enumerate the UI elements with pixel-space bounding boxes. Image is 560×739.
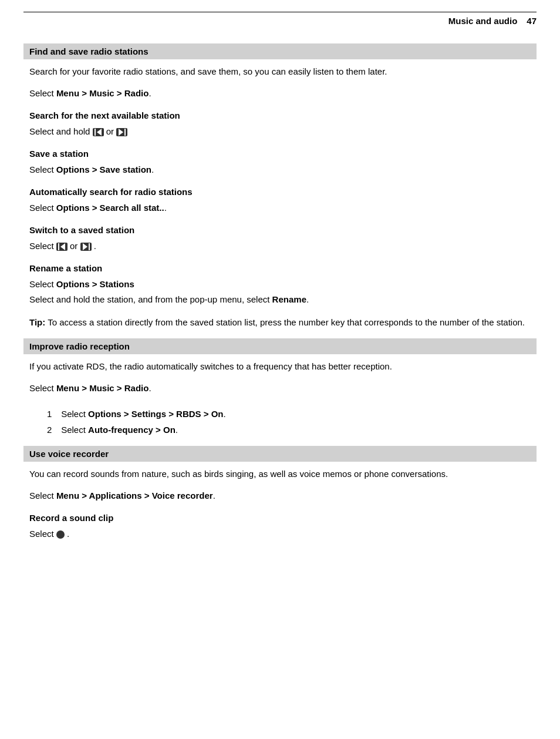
rename-bold: Rename bbox=[272, 294, 306, 304]
auto-search-bold: Options > Search all stat.. bbox=[56, 203, 164, 213]
step-1: 1 Select Options > Settings > RBDS > On. bbox=[47, 408, 531, 421]
select-label-6: Select bbox=[29, 383, 54, 393]
section-header-improve: Improve radio reception bbox=[23, 338, 537, 354]
section-improve-reception: Improve radio reception If you activate … bbox=[23, 338, 537, 436]
bar-right-icon bbox=[124, 129, 126, 136]
step-1-prefix: Select bbox=[61, 409, 86, 419]
arrow-right-icon-2 bbox=[83, 243, 87, 250]
section-header-voice: Use voice recorder bbox=[23, 446, 537, 462]
next-button-icon bbox=[116, 128, 127, 136]
search-next-title: Search for the next available station bbox=[29, 109, 531, 123]
step-2-num: 2 bbox=[47, 424, 59, 437]
improve-steps-list: 1 Select Options > Settings > RBDS > On.… bbox=[47, 408, 531, 436]
select-label-7: Select bbox=[29, 491, 54, 500]
subsection-save-station: Save a station Select Options > Save sta… bbox=[23, 147, 537, 176]
select-label-4: Select bbox=[29, 241, 56, 251]
step-2: 2 Select Auto-frequency > On. bbox=[47, 424, 531, 437]
save-station-bold: Options > Save station bbox=[56, 164, 151, 174]
or-label-2: or bbox=[70, 241, 80, 251]
switch-saved-title: Switch to a saved station bbox=[29, 224, 531, 237]
or-label: or bbox=[106, 126, 117, 136]
bar-left-icon bbox=[95, 129, 96, 136]
rename-station-text: Select and hold the station, and from th… bbox=[29, 294, 269, 304]
section-voice-recorder: Use voice recorder You can record sounds… bbox=[23, 446, 537, 502]
select-label-2: Select bbox=[29, 164, 56, 174]
step-2-prefix: Select bbox=[61, 425, 86, 435]
section-header-find-save: Find and save radio stations bbox=[23, 43, 537, 59]
auto-search-title: Automatically search for radio stations bbox=[29, 186, 531, 199]
next-button-icon-2 bbox=[80, 243, 92, 251]
save-station-instruction: Select Options > Save station. bbox=[29, 163, 531, 177]
subsection-auto-search: Automatically search for radio stations … bbox=[23, 186, 537, 214]
record-clip-instruction: Select . bbox=[29, 528, 531, 541]
voice-description: You can record sounds from nature, such … bbox=[29, 468, 531, 481]
step-1-bold: Options > Settings > RBDS > On bbox=[88, 409, 223, 419]
search-next-instruction: Select and hold or bbox=[29, 125, 531, 139]
voice-menu-instruction: Select Menu > Applications > Voice recor… bbox=[29, 489, 531, 503]
rename-station-line1: Select Options > Stations bbox=[29, 278, 531, 291]
header-title: Music and audio bbox=[448, 16, 518, 26]
arrow-right-icon bbox=[119, 129, 123, 136]
improve-description: If you activate RDS, the radio automatic… bbox=[29, 360, 531, 374]
rename-station-bold: Options > Stations bbox=[56, 279, 134, 289]
find-save-description: Search for your favorite radio stations,… bbox=[29, 65, 531, 79]
tip-text: To access a station directly from the sa… bbox=[48, 317, 525, 327]
voice-menu-path: Menu > Applications > Voice recorder bbox=[56, 491, 213, 500]
find-save-menu-instruction: Select Menu > Music > Radio. bbox=[29, 87, 531, 100]
auto-search-instruction: Select Options > Search all stat... bbox=[29, 201, 531, 215]
rename-station-line2: Select and hold the station, and from th… bbox=[29, 293, 531, 307]
switch-saved-instruction: Select or . bbox=[29, 240, 531, 253]
select-label-3: Select bbox=[29, 203, 56, 213]
page-header: Music and audio 47 bbox=[23, 12, 537, 32]
section-body-find-save: Search for your favorite radio stations,… bbox=[23, 65, 537, 100]
tip-label: Tip: bbox=[29, 317, 45, 327]
step-1-num: 1 bbox=[47, 408, 59, 421]
find-save-menu-path: Menu > Music > Radio bbox=[56, 88, 149, 98]
record-button-icon bbox=[56, 530, 65, 539]
improve-menu-path: Menu > Music > Radio bbox=[56, 383, 149, 393]
select-label-8: Select bbox=[29, 529, 54, 539]
section-find-save-radio: Find and save radio stations Search for … bbox=[23, 43, 537, 100]
arrow-left-icon-2 bbox=[60, 243, 65, 250]
subsection-rename-station: Rename a station Select Options > Statio… bbox=[23, 262, 537, 307]
select-label: Select bbox=[29, 88, 54, 98]
prev-button-icon bbox=[93, 128, 104, 136]
step-2-bold: Auto-frequency > On bbox=[88, 425, 176, 435]
arrow-left-icon bbox=[97, 129, 102, 136]
subsection-record-clip: Record a sound clip Select . bbox=[23, 512, 537, 540]
bar-left-icon-2 bbox=[58, 243, 59, 250]
subsection-switch-saved: Switch to a saved station Select or . bbox=[23, 224, 537, 253]
section-body-improve: If you activate RDS, the radio automatic… bbox=[23, 360, 537, 436]
rename-station-title: Rename a station bbox=[29, 262, 531, 276]
page: Music and audio 47 Find and save radio s… bbox=[0, 0, 560, 739]
header-page-number: 47 bbox=[527, 16, 537, 26]
bar-right-icon-2 bbox=[89, 243, 90, 250]
prev-button-icon-2 bbox=[56, 243, 68, 251]
improve-menu-instruction: Select Menu > Music > Radio. bbox=[29, 382, 531, 395]
subsection-search-next: Search for the next available station Se… bbox=[23, 109, 537, 138]
record-clip-title: Record a sound clip bbox=[29, 512, 531, 525]
save-station-title: Save a station bbox=[29, 147, 531, 161]
section-body-voice: You can record sounds from nature, such … bbox=[23, 468, 537, 502]
select-label-5: Select bbox=[29, 279, 56, 289]
tip-block: Tip: To access a station directly from t… bbox=[23, 316, 537, 330]
select-and-hold-label: Select and hold bbox=[29, 126, 93, 136]
